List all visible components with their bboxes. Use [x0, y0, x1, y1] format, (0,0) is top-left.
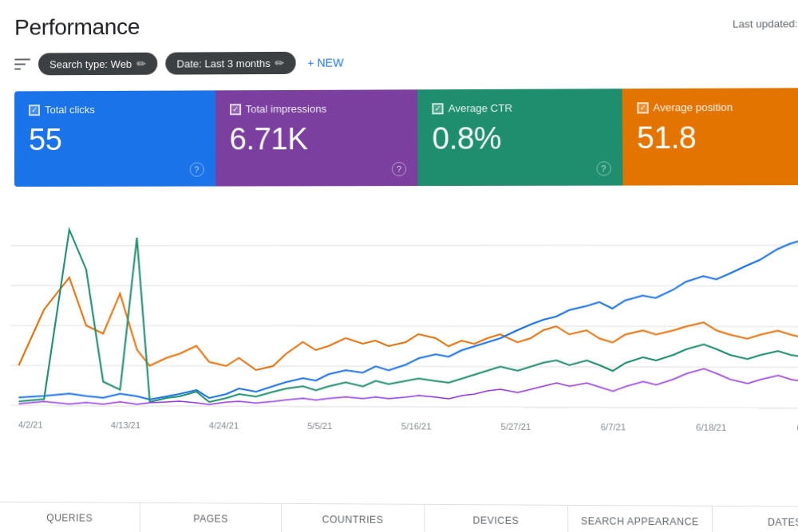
metric-value-impressions: 6.71K [230, 123, 403, 157]
svg-line-3 [10, 245, 798, 246]
performance-page: Performance Last updated: 5 hou Search t… [0, 0, 798, 532]
svg-rect-1 [14, 64, 26, 65]
new-button[interactable]: + NEW [307, 57, 343, 69]
impressions-help-icon[interactable]: ? [392, 162, 406, 176]
chart-xaxis: 4/2/21 4/13/21 4/24/21 5/5/21 5/16/21 5/… [10, 416, 798, 432]
x-label-7: 6/18/21 [696, 423, 726, 432]
svg-line-7 [10, 405, 798, 408]
search-type-edit-icon: ✏ [136, 57, 146, 70]
tab-dates[interactable]: DATES [713, 506, 798, 532]
tab-devices[interactable]: DEVICES [425, 505, 568, 532]
date-label: Date: Last 3 months [177, 57, 271, 69]
clicks-checkbox: ✓ [29, 104, 40, 116]
toolbar: Search type: Web ✏ Date: Last 3 months ✏… [14, 49, 798, 75]
x-label-0: 4/2/21 [18, 420, 43, 429]
impressions-checkbox: ✓ [229, 104, 240, 115]
x-label-6: 6/7/21 [601, 422, 626, 432]
x-label-3: 5/5/21 [307, 421, 332, 431]
ctr-line [18, 229, 798, 404]
tab-queries[interactable]: QUERIES [0, 502, 140, 532]
chart-area: 4/2/21 4/13/21 4/24/21 5/5/21 5/16/21 5/… [10, 205, 798, 458]
position-checkbox: ✓ [637, 102, 649, 113]
metric-card-ctr[interactable]: ✓ Average CTR 0.8% ? [417, 89, 622, 186]
metric-label-impressions: ✓ Total impressions [229, 102, 402, 115]
x-label-4: 5/16/21 [401, 421, 432, 431]
svg-rect-0 [14, 59, 30, 61]
x-label-2: 4/24/21 [209, 420, 239, 430]
tab-pages[interactable]: PAGES [140, 503, 282, 532]
page-header: Performance Last updated: 5 hou [14, 10, 798, 41]
metric-label-clicks: ✓ Total clicks [29, 103, 200, 116]
bottom-tabs: QUERIES PAGES COUNTRIES DEVICES SEARCH A… [0, 502, 798, 532]
metric-value-position: 51.8 [637, 121, 798, 156]
page-title: Performance [14, 14, 140, 41]
search-type-label: Search type: Web [49, 57, 132, 69]
last-updated: Last updated: 5 hou [733, 17, 798, 30]
metrics-row: ✓ Total clicks 55 ? ✓ Total impressions … [14, 88, 798, 187]
performance-chart [10, 205, 798, 417]
date-chip[interactable]: Date: Last 3 months ✏ [165, 52, 296, 75]
svg-rect-2 [14, 69, 21, 70]
new-button-label: + NEW [307, 57, 343, 69]
metric-card-clicks[interactable]: ✓ Total clicks 55 ? [14, 90, 215, 187]
metric-card-position[interactable]: ✓ Average position 51.8 ? [622, 88, 798, 186]
clicks-line [18, 278, 798, 372]
position-line [18, 367, 798, 407]
search-type-chip[interactable]: Search type: Web ✏ [38, 53, 157, 76]
tab-countries[interactable]: COUNTRIES [282, 504, 425, 532]
filter-icon[interactable] [14, 59, 30, 70]
clicks-help-icon[interactable]: ? [189, 163, 203, 177]
x-label-1: 4/13/21 [111, 420, 140, 430]
svg-line-5 [10, 325, 798, 326]
ctr-checkbox: ✓ [432, 103, 443, 114]
metric-label-ctr: ✓ Average CTR [432, 101, 606, 114]
metric-label-position: ✓ Average position [637, 100, 798, 113]
ctr-help-icon[interactable]: ? [596, 161, 611, 175]
x-label-5: 5/27/21 [501, 422, 531, 432]
metric-value-ctr: 0.8% [432, 122, 607, 156]
metric-card-impressions[interactable]: ✓ Total impressions 6.71K ? [215, 89, 417, 186]
metric-value-clicks: 55 [29, 123, 200, 156]
date-edit-icon: ✏ [275, 57, 285, 69]
tab-search-appearance[interactable]: SEARCH APPEARANCE [568, 506, 713, 532]
